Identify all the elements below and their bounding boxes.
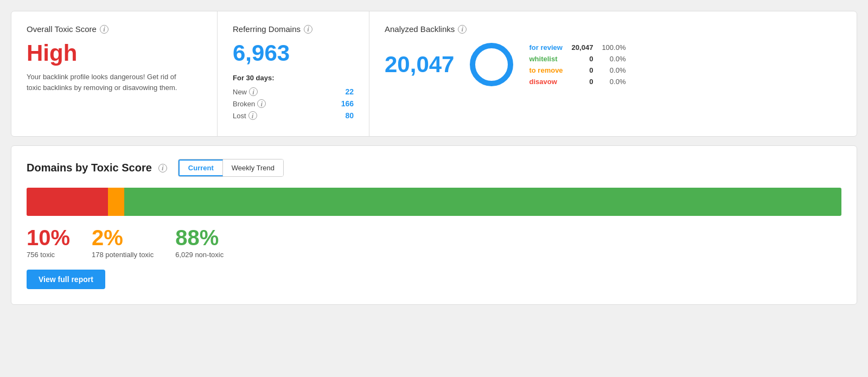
referring-stat-new-label: New i (233, 87, 258, 96)
for-30-days-label: For 30 days: (233, 74, 354, 82)
toxic-stats-row: 10% 756 toxic 2% 178 potentially toxic 8… (27, 226, 841, 259)
referring-domains-label: Referring Domains (233, 24, 301, 34)
legend-for-review-pct: 100.0% (602, 43, 626, 52)
toxic-score-card: Overall Toxic Score i High Your backlink… (11, 11, 218, 136)
tab-weekly-trend[interactable]: Weekly Trend (223, 159, 283, 176)
nontoxic-stat-block: 88% 6,029 non-toxic (175, 226, 224, 259)
toxic-score-bottom-card: Domains by Toxic Score i Current Weekly … (11, 145, 857, 305)
toxic-score-info-icon[interactable]: i (100, 25, 108, 34)
toxic-pct: 10% (27, 226, 70, 250)
bar-toxic (27, 188, 108, 216)
lost-info-icon[interactable]: i (248, 111, 257, 120)
backlinks-row: 20,047 for review 20,047 100.0% whitelis… (385, 40, 841, 89)
domains-info-icon[interactable]: i (158, 164, 167, 172)
top-row: Overall Toxic Score i High Your backlink… (11, 11, 857, 137)
referring-stat-lost-value: 80 (332, 111, 354, 120)
analyzed-backlinks-label: Analyzed Backlinks (385, 24, 455, 34)
potential-sub: 178 potentially toxic (92, 251, 154, 259)
legend-disavow-pct: 0.0% (602, 78, 626, 86)
legend-to-remove-label: to remove (529, 66, 563, 74)
nontoxic-sub: 6,029 non-toxic (175, 251, 224, 259)
referring-domains-card: Referring Domains i 6,963 For 30 days: N… (218, 11, 369, 136)
bottom-header: Domains by Toxic Score i Current Weekly … (27, 159, 841, 177)
analyzed-backlinks-card: Analyzed Backlinks i 20,047 for review 2… (369, 11, 857, 136)
referring-stat-broken-value: 166 (332, 99, 354, 108)
svg-point-0 (473, 46, 510, 84)
tab-current[interactable]: Current (178, 159, 223, 176)
nontoxic-pct: 88% (175, 226, 224, 250)
referring-stat-broken: Broken i 166 (233, 99, 354, 108)
analyzed-backlinks-info-icon[interactable]: i (458, 25, 467, 34)
toxic-score-label: Overall Toxic Score (27, 24, 97, 34)
referring-domains-info-icon[interactable]: i (304, 25, 312, 34)
bar-potential (108, 188, 124, 216)
view-full-report-button[interactable]: View full report (27, 270, 105, 289)
potential-pct: 2% (92, 226, 154, 250)
referring-domains-count: 6,963 (233, 40, 354, 66)
toxic-stat-block: 10% 756 toxic (27, 226, 70, 259)
legend-to-remove-pct: 0.0% (602, 66, 626, 74)
donut-chart (467, 40, 516, 89)
bar-nontoxic (124, 188, 841, 216)
legend-for-review-num: 20,047 (572, 43, 593, 52)
broken-info-icon[interactable]: i (257, 99, 266, 108)
referring-domains-title: Referring Domains i (233, 24, 354, 34)
legend-for-review-label: for review (529, 43, 563, 52)
toxic-score-description: Your backlink profile looks dangerous! G… (27, 72, 178, 93)
legend-whitelist-label: whitelist (529, 55, 563, 63)
referring-stat-new: New i 22 (233, 87, 354, 96)
tab-group: Current Weekly Trend (178, 159, 284, 177)
legend-disavow-num: 0 (572, 78, 593, 86)
legend-disavow-label: disavow (529, 78, 563, 86)
new-info-icon[interactable]: i (249, 87, 258, 96)
analyzed-backlinks-title: Analyzed Backlinks i (385, 24, 841, 34)
legend-to-remove-num: 0 (572, 66, 593, 74)
toxic-score-title: Overall Toxic Score i (27, 24, 202, 34)
legend-whitelist-num: 0 (572, 55, 593, 63)
referring-stat-new-value: 22 (332, 87, 354, 96)
referring-stat-lost-label: Lost i (233, 111, 257, 120)
backlinks-legend: for review 20,047 100.0% whitelist 0 0.0… (529, 43, 626, 86)
domains-by-toxic-title: Domains by Toxic Score (27, 162, 152, 174)
toxic-score-value: High (27, 40, 202, 66)
legend-whitelist-pct: 0.0% (602, 55, 626, 63)
referring-stat-lost: Lost i 80 (233, 111, 354, 120)
toxic-sub: 756 toxic (27, 251, 70, 259)
toxic-bar-chart (27, 188, 841, 216)
referring-stats-list: New i 22 Broken i 166 Lost i 80 (233, 87, 354, 120)
backlinks-count: 20,047 (385, 52, 454, 78)
potential-stat-block: 2% 178 potentially toxic (92, 226, 154, 259)
referring-stat-broken-label: Broken i (233, 99, 266, 108)
